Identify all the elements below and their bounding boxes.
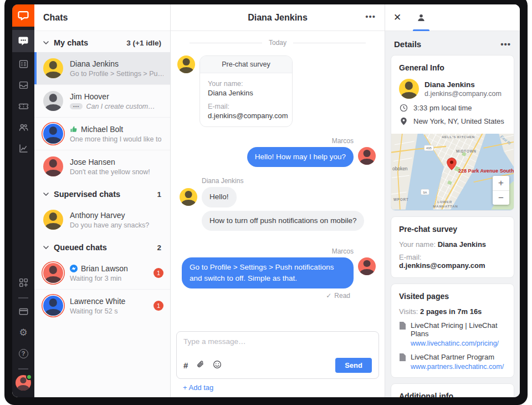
- local-time-value: 3:33 pm local time: [413, 104, 472, 112]
- page-link[interactable]: www.livechatinc.com/pricing/: [411, 340, 506, 347]
- survey-field: Your name: Diana Jenkins: [399, 240, 506, 249]
- rail-divider: [18, 368, 28, 369]
- map-label-newport: WPORT: [393, 198, 408, 201]
- card-heading: Pre-chat survey: [399, 225, 506, 234]
- rail-item-customers[interactable]: [12, 118, 34, 136]
- route-badge-495: 495: [424, 145, 433, 151]
- rail-item-archives[interactable]: [12, 75, 34, 94]
- chevron-down-icon: [43, 246, 49, 249]
- add-tag-link[interactable]: + Add tag: [176, 379, 220, 397]
- prechat-survey-message: Pre-chat survey Your name: Diana Jenkins…: [177, 55, 379, 127]
- messenger-icon: [70, 265, 78, 272]
- avatar: [358, 257, 376, 275]
- chat-row-brian-lawson[interactable]: Brian Lawson Waiting for 3 min 1: [34, 257, 170, 289]
- conversation-menu-button[interactable]: •••: [365, 12, 376, 21]
- message-author: Marcos: [332, 137, 354, 145]
- chat-row-diana-jenkins[interactable]: Diana Jenkins Go to Profile > Settings >…: [34, 52, 170, 84]
- avatar: [43, 124, 63, 144]
- rail-item-settings[interactable]: [12, 323, 34, 342]
- tab-customer-details[interactable]: [412, 4, 431, 31]
- chat-preview: One more thing I would like to a…: [70, 135, 163, 143]
- chat-row-jim-hoover[interactable]: Jim Hoover ••• Can I create custom…: [34, 84, 170, 117]
- rail-item-chats[interactable]: [12, 30, 34, 52]
- customer-name: Diana Jenkins: [424, 80, 502, 89]
- chat-row-lawrence-white[interactable]: Lawrence White Waiting for 52 s 1: [34, 289, 170, 322]
- customer-identity-row: Diana Jenkins d.jenkins@company.com: [399, 79, 506, 99]
- avatar: [177, 55, 195, 73]
- chat-preview: Waiting for 52 s: [70, 307, 147, 315]
- rail-item-billing[interactable]: [12, 302, 34, 321]
- section-count: 2: [157, 244, 161, 252]
- message-bubble: Go to Profile > Settings > Push notifica…: [182, 257, 354, 289]
- field-value: d.jenkins@company.com: [208, 112, 284, 120]
- avatar: [43, 91, 63, 111]
- agent-profile-avatar[interactable]: [16, 375, 31, 391]
- zoom-out-button[interactable]: −: [493, 190, 509, 205]
- app-rail: ?: [12, 4, 34, 397]
- message-bubble: Hello! How may I help you?: [247, 147, 354, 167]
- rail-item-engage[interactable]: [12, 54, 34, 73]
- rail-item-reports[interactable]: [12, 139, 34, 158]
- rail-item-apps[interactable]: [12, 273, 34, 292]
- conversation-title: Diana Jenkins: [248, 13, 308, 23]
- person-icon: [416, 13, 426, 23]
- prechat-survey-card: Pre-chat survey Your name: Diana Jenkins…: [200, 55, 293, 127]
- message-column: Diana Jenkins Hello! How to turn off pus…: [202, 177, 364, 234]
- livechat-logo: [12, 4, 34, 27]
- prechat-survey-body: Your name: Diana Jenkins E-mail: d.jenki…: [200, 73, 292, 126]
- chat-list-panel: Chats My chats 3 (+1 idle) Diana Jenkins…: [34, 4, 171, 397]
- chat-name-text: Brian Lawson: [81, 264, 128, 273]
- general-info-card: General Info Diana Jenkins d.jenkins@com…: [391, 55, 514, 211]
- rail-bottom-group: ?: [12, 271, 34, 397]
- avatar: [399, 79, 419, 99]
- billing-card-icon: [18, 306, 29, 317]
- chat-row-anthony-harvey[interactable]: Anthony Harvey Do you have any snacks?: [34, 204, 170, 236]
- field-value: d.jenkins@company.com: [399, 261, 485, 270]
- location-row: New York, NY, United States: [399, 117, 506, 125]
- chat-name: Diana Jenkins: [70, 59, 163, 68]
- prechat-survey-title: Pre-chat survey: [200, 56, 292, 73]
- visited-page-item: LiveChat Partner Program www.partners.li…: [399, 353, 506, 371]
- typing-indicator-icon: •••: [70, 103, 83, 109]
- message-list: Today Pre-chat survey Your name: Diana J…: [171, 31, 385, 328]
- chat-preview: Don't eat the yellow snow!: [70, 168, 163, 176]
- chat-row-jose-hansen[interactable]: Jose Hansen Don't eat the yellow snow!: [34, 150, 170, 183]
- details-menu-button[interactable]: •••: [500, 39, 511, 49]
- route-badge-9a: 9A: [421, 189, 429, 195]
- send-button[interactable]: Send: [335, 358, 372, 373]
- section-label: My chats: [54, 38, 88, 47]
- visits-summary: Visits: 2 pages in 7m 16s: [399, 307, 506, 316]
- canned-response-icon[interactable]: [183, 361, 188, 370]
- chat-row-text: Anthony Harvey Do you have any snacks?: [70, 211, 163, 229]
- attachment-icon[interactable]: [196, 360, 204, 371]
- page-link[interactable]: www.partners.livechatinc.com/: [411, 363, 504, 371]
- rail-item-tickets[interactable]: [12, 97, 34, 115]
- chat-preview: ••• Can I create custom…: [70, 103, 163, 110]
- rail-item-help[interactable]: ?: [12, 344, 34, 363]
- livechat-logo-icon: [17, 9, 29, 22]
- visited-pages-body: Visited pages Visits: 2 pages in 7m 16s …: [391, 284, 514, 377]
- section-supervised-chats[interactable]: Supervised chats 1: [34, 183, 170, 204]
- customer-email: d.jenkins@company.com: [424, 90, 502, 98]
- message-author: Marcos: [332, 247, 354, 255]
- avatar: [43, 58, 63, 78]
- chat-preview: Do you have any snacks?: [70, 221, 163, 229]
- close-icon[interactable]: ✕: [393, 12, 401, 23]
- map[interactable]: HELL'S KITCHEN MIDTOWN oboken WPORT LOWE…: [391, 134, 514, 210]
- additional-info-card: Additional info Returning customer: 77 v…: [391, 383, 514, 397]
- reports-chart-icon: [18, 143, 29, 154]
- chat-name-text: Michael Bolt: [81, 125, 123, 134]
- online-status-dot: [26, 374, 32, 380]
- visited-page-item: LiveChat Pricing | LiveChat Plans www.li…: [399, 321, 506, 347]
- message-input[interactable]: [183, 337, 372, 358]
- engage-list-icon: [18, 59, 29, 69]
- section-queued-chats[interactable]: Queued chats 2: [34, 236, 170, 257]
- section-my-chats[interactable]: My chats 3 (+1 idle): [34, 31, 170, 52]
- chat-preview: Waiting for 3 min: [70, 275, 147, 282]
- additional-info-body: Additional info Returning customer: 77 v…: [391, 384, 514, 397]
- zoom-in-button[interactable]: +: [493, 176, 509, 190]
- general-info-body: General Info Diana Jenkins d.jenkins@com…: [391, 55, 514, 134]
- emoji-icon[interactable]: [213, 360, 222, 371]
- chat-row-michael-bolt[interactable]: Michael Bolt One more thing I would like…: [34, 117, 170, 150]
- composer-toolbar: Send: [183, 358, 372, 373]
